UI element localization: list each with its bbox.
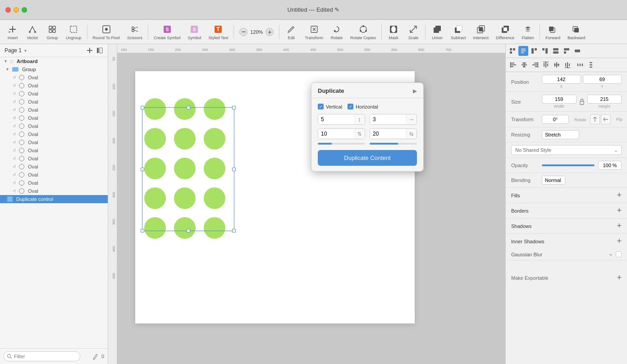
- borders-add-button[interactable]: +: [617, 206, 622, 215]
- circle-2-3[interactable]: [204, 128, 225, 150]
- edit-button[interactable]: Edit: [282, 22, 300, 42]
- symbol-button[interactable]: S Symbol: [185, 22, 204, 42]
- export-add-button[interactable]: +: [617, 273, 622, 282]
- blending-select[interactable]: Normal Multiply Screen Overlay: [542, 176, 565, 185]
- dialog-collapse-icon[interactable]: ▶: [413, 88, 417, 94]
- intersect-button[interactable]: Intersect: [471, 22, 492, 42]
- vertical-spacing-input[interactable]: [318, 129, 354, 139]
- layer-oval-8[interactable]: ↺ Oval: [0, 130, 108, 138]
- zoom-in-button[interactable]: +: [265, 28, 274, 36]
- fills-add-button[interactable]: +: [617, 191, 622, 200]
- layer-oval-5[interactable]: ↺ Oval: [0, 106, 108, 114]
- panel-tab-extra4[interactable]: [562, 46, 572, 56]
- layer-oval-14[interactable]: ↺ Oval: [0, 179, 108, 187]
- layer-oval-1[interactable]: ↺ Oval: [0, 73, 108, 82]
- layer-duplicate-control[interactable]: Duplicate control: [0, 195, 108, 203]
- layer-oval-13[interactable]: ↺ Oval: [0, 171, 108, 179]
- ungroup-button[interactable]: Ungroup: [63, 22, 84, 42]
- rotate-input[interactable]: [542, 115, 569, 124]
- vertical-checkbox-label[interactable]: Vertical: [318, 104, 342, 109]
- layer-oval-7[interactable]: ↺ Oval: [0, 122, 108, 130]
- panel-tab-properties[interactable]: [518, 46, 528, 56]
- panel-tab-extra1[interactable]: [529, 46, 539, 56]
- flip-horizontal-button[interactable]: [590, 114, 600, 124]
- horizontal-spacing-input[interactable]: [370, 129, 406, 139]
- circle-5-2[interactable]: [174, 217, 196, 239]
- handle-middle-left[interactable]: [141, 168, 144, 171]
- panel-tab-extra2[interactable]: [540, 46, 550, 56]
- vector-button[interactable]: Vector: [23, 22, 41, 42]
- backward-button[interactable]: Backward: [565, 22, 588, 42]
- horizontal-slider[interactable]: [370, 143, 417, 145]
- distribute-h-icon[interactable]: [575, 60, 585, 70]
- handle-middle-right[interactable]: [232, 168, 236, 171]
- panel-toggle-icon[interactable]: [96, 47, 103, 54]
- circle-1-1[interactable]: [144, 98, 166, 120]
- layer-oval-2[interactable]: ↺ Oval: [0, 82, 108, 90]
- circle-4-2[interactable]: [174, 187, 196, 209]
- layer-oval-6[interactable]: ↺ Oval: [0, 114, 108, 122]
- horizontal-checkbox-label[interactable]: Horizontal: [348, 104, 378, 109]
- vertical-checkbox[interactable]: [318, 104, 324, 109]
- y-input[interactable]: [583, 75, 622, 84]
- circle-3-3[interactable]: [204, 158, 225, 179]
- layer-artboard[interactable]: ▼ □ Artboard: [0, 57, 108, 65]
- add-page-icon[interactable]: [86, 47, 93, 54]
- page-selector[interactable]: Page 1: [5, 47, 22, 54]
- inner-shadows-add-button[interactable]: +: [617, 237, 622, 246]
- gaussian-blur-checkbox[interactable]: [616, 251, 622, 257]
- gaussian-chevron-icon[interactable]: [609, 252, 613, 257]
- rotate-button[interactable]: Rotate: [328, 22, 346, 42]
- difference-button[interactable]: Difference: [493, 22, 517, 42]
- insert-button[interactable]: Insert: [4, 22, 22, 42]
- circle-3-2[interactable]: [174, 158, 196, 179]
- zoom-level[interactable]: 120%: [248, 29, 265, 35]
- flatten-button[interactable]: Flatten: [519, 22, 537, 42]
- circle-4-3[interactable]: [204, 187, 225, 209]
- vertical-count-input[interactable]: [318, 114, 354, 124]
- close-button[interactable]: [5, 7, 11, 13]
- align-left-icon[interactable]: [508, 60, 518, 70]
- circle-2-1[interactable]: [144, 128, 166, 150]
- filter-input[interactable]: [4, 351, 80, 361]
- layer-oval-12[interactable]: ↺ Oval: [0, 163, 108, 171]
- styled-text-button[interactable]: T Styled Text: [206, 22, 231, 42]
- transform-button[interactable]: Transform: [302, 22, 326, 42]
- page-dropdown-icon[interactable]: ▾: [24, 48, 27, 53]
- flip-vertical-button[interactable]: [601, 114, 611, 124]
- circle-5-1[interactable]: [144, 217, 166, 239]
- forward-button[interactable]: Forward: [543, 22, 563, 42]
- create-symbol-button[interactable]: S Create Symbol: [151, 22, 183, 42]
- circle-3-1[interactable]: [144, 158, 166, 179]
- circle-1-3[interactable]: [204, 98, 225, 120]
- scissors-button[interactable]: Scissors: [124, 22, 145, 42]
- canvas-area[interactable]: 100 150 200 250 300 350 400 450 500 550 …: [108, 44, 505, 364]
- layer-oval-15[interactable]: ↺ Oval: [0, 187, 108, 195]
- union-button[interactable]: Union: [428, 22, 446, 42]
- duplicate-content-button[interactable]: Duplicate Content: [318, 150, 417, 166]
- align-bottom-icon[interactable]: [563, 60, 572, 70]
- shadows-add-button[interactable]: +: [617, 221, 622, 231]
- mask-button[interactable]: Mask: [384, 22, 403, 42]
- panel-tab-extra3[interactable]: [551, 46, 561, 56]
- handle-bottom-right[interactable]: [232, 229, 236, 232]
- circle-1-2[interactable]: [174, 98, 196, 120]
- handle-top-right[interactable]: [232, 106, 236, 109]
- align-right-icon[interactable]: [530, 60, 540, 70]
- circle-4-1[interactable]: [144, 187, 166, 209]
- width-input[interactable]: [542, 95, 577, 104]
- group-button[interactable]: Group: [43, 22, 61, 42]
- distribute-v-icon[interactable]: [586, 60, 596, 70]
- opacity-input[interactable]: [598, 161, 622, 170]
- align-center-h-icon[interactable]: [519, 60, 529, 70]
- layer-oval-4[interactable]: ↺ Oval: [0, 98, 108, 106]
- vertical-slider[interactable]: [318, 143, 365, 145]
- scale-button[interactable]: Scale: [404, 22, 422, 42]
- subtract-button[interactable]: Subtract: [448, 22, 469, 42]
- handle-top-left[interactable]: [141, 106, 144, 109]
- rotate-copies-button[interactable]: Rotate Copies: [348, 22, 379, 42]
- horizontal-count-input[interactable]: [370, 114, 406, 124]
- round-to-pixel-button[interactable]: Round To Pixel: [90, 22, 123, 42]
- horizontal-checkbox[interactable]: [348, 104, 353, 109]
- circle-5-3[interactable]: [204, 217, 225, 239]
